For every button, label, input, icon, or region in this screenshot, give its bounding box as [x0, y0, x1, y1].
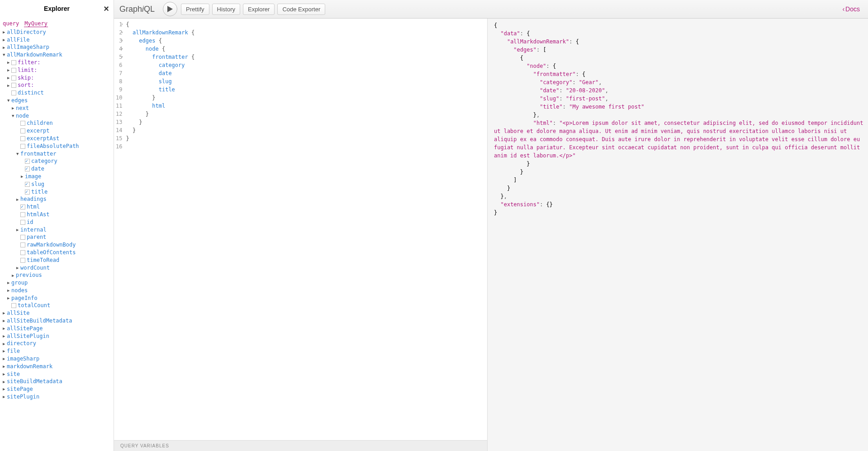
tree-item-allSiteBuildMetadata[interactable]: ▶allSiteBuildMetadata [3, 317, 111, 325]
tree-item-imageSharp[interactable]: ▶imageSharp [3, 355, 111, 363]
tree-item-next[interactable]: ▶next [3, 104, 111, 112]
tree-item-slug[interactable]: slug [3, 180, 111, 188]
tree-item-group[interactable]: ▶group [3, 279, 111, 287]
tree-item-date[interactable]: date [3, 165, 111, 173]
tree-item-excerpt[interactable]: excerpt [3, 127, 111, 135]
tree-item-totalCount[interactable]: totalCount [3, 302, 111, 309]
tree-item-limit[interactable]: ▶limit: [3, 66, 111, 74]
checkbox-icon[interactable] [20, 144, 25, 149]
tree-item-html[interactable]: html [3, 203, 111, 211]
tree-item-allDirectory[interactable]: ▶allDirectory [3, 28, 111, 36]
checkbox-icon[interactable] [20, 250, 25, 255]
chevron-left-icon: ‹ [842, 5, 844, 13]
tree-item-allSitePlugin[interactable]: ▶allSitePlugin [3, 332, 111, 340]
tree-item-allFile[interactable]: ▶allFile [3, 36, 111, 44]
tree-item-allSitePage[interactable]: ▶allSitePage [3, 325, 111, 332]
checkbox-icon[interactable] [20, 235, 25, 240]
chevron-right-icon: ▶ [7, 295, 11, 301]
checkbox-icon[interactable] [20, 220, 25, 225]
chevron-right-icon: ▶ [7, 75, 11, 81]
close-icon[interactable]: × [104, 4, 109, 14]
topbar: GraphiQL PrettifyHistoryExplorerCode Exp… [114, 0, 868, 19]
query-editor[interactable]: 12345678910111213141516 { allMarkdownRem… [114, 19, 487, 440]
tree-item-excerptAst[interactable]: excerptAst [3, 135, 111, 142]
checkbox-icon[interactable] [20, 128, 25, 133]
checkbox-icon[interactable] [25, 166, 30, 171]
tree-item-timeToRead[interactable]: timeToRead [3, 256, 111, 264]
tree-item-distinct[interactable]: distinct [3, 89, 111, 97]
tree-item-file[interactable]: ▶file [3, 347, 111, 355]
checkbox-icon[interactable] [11, 90, 16, 95]
tree-item-nodes[interactable]: ▶nodes [3, 287, 111, 294]
tree-item-fileAbsolutePath[interactable]: fileAbsolutePath [3, 142, 111, 150]
chevron-right-icon: ▶ [3, 318, 7, 324]
tree-item-allMarkdownRemark[interactable]: ▼allMarkdownRemark [3, 51, 111, 59]
chevron-right-icon: ▶ [3, 394, 7, 400]
explorer-button[interactable]: Explorer [243, 4, 275, 15]
tree-item-frontmatter[interactable]: ▼frontmatter [3, 150, 111, 158]
tree-item-category[interactable]: category [3, 157, 111, 165]
tree-item-skip[interactable]: ▶skip: [3, 74, 111, 82]
explorer-body[interactable]: query MyQuery ▶allDirectory▶allFile▶allI… [0, 17, 114, 451]
history-button[interactable]: History [212, 4, 240, 15]
checkbox-icon[interactable] [25, 182, 30, 187]
code-exporter-button[interactable]: Code Exporter [277, 4, 325, 15]
execute-button[interactable] [163, 2, 177, 16]
chevron-right-icon: ▶ [7, 60, 11, 66]
tree-item-title[interactable]: title [3, 188, 111, 196]
tree-item-edges[interactable]: ▼edges [3, 97, 111, 104]
tree-item-tableOfContents[interactable]: tableOfContents [3, 249, 111, 256]
chevron-right-icon: ▶ [3, 341, 7, 347]
checkbox-icon[interactable] [20, 136, 25, 141]
chevron-right-icon: ▶ [3, 29, 7, 35]
tree-item-wordCount[interactable]: ▶wordCount [3, 264, 111, 272]
tree-item-headings[interactable]: ▶headings [3, 195, 111, 203]
checkbox-icon[interactable] [20, 121, 25, 126]
tree-item-allImageSharp[interactable]: ▶allImageSharp [3, 43, 111, 51]
tree-item-id[interactable]: id [3, 218, 111, 226]
query-variables-bar[interactable]: Query Variables [114, 440, 487, 451]
tree-item-allSite[interactable]: ▶allSite [3, 309, 111, 317]
checkbox-icon[interactable] [20, 212, 25, 217]
tree-item-parent[interactable]: parent [3, 233, 111, 241]
prettify-button[interactable]: Prettify [181, 4, 209, 15]
chevron-right-icon: ▶ [3, 45, 7, 51]
checkbox-icon[interactable] [20, 242, 25, 247]
chevron-right-icon: ▶ [7, 280, 11, 286]
tree-item-site[interactable]: ▶site [3, 370, 111, 378]
tree-item-siteBuildMetadata[interactable]: ▶siteBuildMetadata [3, 378, 111, 385]
chevron-down-icon: ▼ [12, 113, 16, 119]
tree-item-rawMarkdownBody[interactable]: rawMarkdownBody [3, 241, 111, 249]
chevron-right-icon: ▶ [3, 333, 7, 339]
checkbox-icon[interactable] [25, 190, 30, 195]
checkbox-icon[interactable] [25, 159, 30, 164]
tree-item-image[interactable]: ▶image [3, 173, 111, 180]
tree-item-previous[interactable]: ▶previous [3, 271, 111, 279]
checkbox-icon[interactable] [20, 258, 25, 263]
tree-item-directory[interactable]: ▶directory [3, 340, 111, 347]
tree-item-markdownRemark[interactable]: ▶markdownRemark [3, 363, 111, 370]
tree-item-pageInfo[interactable]: ▶pageInfo [3, 294, 111, 302]
tree-item-filter[interactable]: ▶filter: [3, 59, 111, 66]
explorer-title: Explorer [44, 5, 70, 12]
checkbox-icon[interactable] [11, 60, 16, 65]
tree-item-internal[interactable]: ▶internal [3, 226, 111, 234]
tree-item-htmlAst[interactable]: htmlAst [3, 211, 111, 218]
tree-item-sitePlugin[interactable]: ▶sitePlugin [3, 393, 111, 401]
docs-button[interactable]: ‹ Docs [838, 5, 864, 13]
checkbox-icon[interactable] [11, 76, 16, 81]
checkbox-icon[interactable] [11, 303, 16, 308]
query-header[interactable]: query MyQuery [3, 19, 111, 28]
chevron-right-icon: ▶ [16, 227, 20, 233]
tree-item-children[interactable]: children [3, 119, 111, 127]
chevron-right-icon: ▶ [7, 83, 11, 89]
checkbox-icon[interactable] [11, 83, 16, 88]
result-panel[interactable]: { "data": { "allMarkdownRemark": { "edge… [488, 19, 868, 451]
chevron-right-icon: ▶ [3, 379, 7, 385]
tree-item-node[interactable]: ▼node [3, 112, 111, 120]
explorer-panel: Explorer × query MyQuery ▶allDirectory▶a… [0, 0, 114, 451]
tree-item-sitePage[interactable]: ▶sitePage [3, 385, 111, 393]
tree-item-sort[interactable]: ▶sort: [3, 81, 111, 89]
checkbox-icon[interactable] [11, 68, 16, 73]
checkbox-icon[interactable] [20, 204, 25, 209]
